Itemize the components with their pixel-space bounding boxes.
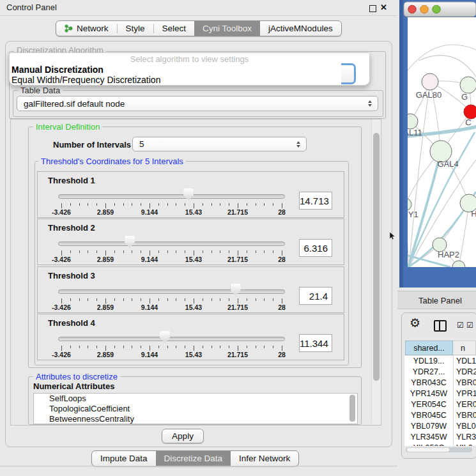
mouse-cursor: [390, 232, 396, 240]
tick-label: 2.859: [97, 256, 114, 263]
close-icon[interactable]: ✕: [380, 3, 387, 12]
tab-infer-network[interactable]: Infer Network: [231, 451, 298, 466]
algorithm-combo-focus-ring[interactable]: [341, 63, 356, 84]
slider-thumb[interactable]: [183, 188, 194, 201]
algorithm-option-manual[interactable]: Manual Discretization: [12, 65, 104, 75]
column-header-name[interactable]: n: [453, 341, 476, 355]
traffic-light-close-icon[interactable]: [408, 5, 417, 13]
threshold-slider[interactable]: -3.4262.8599.14415.4321.71528: [38, 172, 296, 217]
cell-name[interactable]: YBR0: [456, 378, 476, 388]
cell-shared-name[interactable]: YBR045C: [404, 410, 453, 421]
tick-label: 28: [278, 351, 286, 358]
tab-cyni-toolbox[interactable]: Cyni Toolbox: [194, 21, 260, 36]
cell-name[interactable]: YIL0: [456, 443, 473, 446]
tick-label: 2.859: [97, 303, 114, 311]
numerical-attributes-label: Numerical Attributes: [33, 381, 114, 391]
cell-shared-name[interactable]: YPR145W: [404, 388, 453, 399]
table-row[interactable]: YBR043CYBR0: [404, 378, 476, 388]
tab-style[interactable]: Style: [118, 21, 153, 36]
table-data-combo[interactable]: galFiltered.sif default node: [17, 96, 378, 111]
tick-label: 9.144: [141, 351, 158, 358]
cell-name[interactable]: YPR1: [456, 388, 476, 399]
network-node-c[interactable]: [464, 105, 476, 119]
table-row[interactable]: YLR345WYLR3: [404, 432, 476, 443]
tab-label: Network: [77, 24, 109, 33]
tick-label: 21.715: [227, 208, 248, 216]
table-row[interactable]: YBR045CYBR0: [404, 410, 476, 421]
cell-name[interactable]: YDR2: [456, 367, 476, 378]
threshold-slider[interactable]: -3.4262.8599.14415.4321.71528: [38, 314, 296, 360]
panel-title: Control Panel: [6, 0, 57, 15]
cell-shared-name[interactable]: YBR043C: [404, 378, 453, 388]
tick-label: 15.43: [185, 256, 202, 263]
slider-thumb[interactable]: [231, 284, 241, 296]
cell-name[interactable]: YBL0: [456, 421, 476, 432]
cell-name[interactable]: YER0: [456, 399, 476, 410]
settings-scrollbar-thumb[interactable]: [373, 133, 380, 381]
cell-name[interactable]: YLR3: [456, 432, 476, 443]
threshold-rows: Threshold 1-3.4262.8599.14415.4321.71528…: [37, 171, 343, 359]
column-header-shared[interactable]: shared...: [405, 341, 453, 355]
float-window-icon[interactable]: [369, 5, 376, 12]
network-node-gal80[interactable]: [422, 73, 438, 90]
cell-shared-name[interactable]: YLR345W: [404, 432, 453, 443]
node-label: G: [461, 92, 468, 102]
node-table[interactable]: YDL19...YDL1YDR27...YDR2YBR043CYBR0YPR14…: [404, 356, 476, 446]
traffic-light-minimize-icon[interactable]: [420, 5, 429, 13]
checkbox-icon[interactable]: ☑: [466, 321, 473, 330]
number-of-intervals-combo[interactable]: 5: [132, 137, 307, 151]
table-panel-card: ⚙ ☑ ☑ shared... n YDL19...YDL1YDR27...YD…: [401, 312, 476, 459]
table-row[interactable]: YIL052CYIL0: [404, 443, 476, 446]
cell-shared-name[interactable]: YDR27...: [404, 367, 453, 378]
tab-discretize-data[interactable]: Discretize Data: [156, 451, 231, 466]
cell-name[interactable]: YDL1: [456, 356, 476, 367]
bottom-divider: [0, 466, 397, 466]
table-row[interactable]: YER054CYER0: [404, 399, 476, 410]
network-icon: [65, 24, 73, 33]
table-row[interactable]: YBL079WYBL0: [404, 421, 476, 432]
tick-label: 15.43: [185, 208, 202, 216]
tab-select[interactable]: Select: [154, 21, 195, 36]
slider-thumb[interactable]: [160, 331, 170, 343]
table-row[interactable]: YPR145WYPR1: [404, 388, 476, 399]
network-view-window[interactable]: GAL80GCGAL11GAL4GCY1HHAP2: [399, 0, 476, 288]
cell-shared-name[interactable]: YBL079W: [404, 421, 453, 432]
threshold-slider[interactable]: -3.4262.8599.14415.4321.71528: [38, 219, 296, 265]
table-hscrollbar-thumb[interactable]: [407, 448, 449, 452]
network-node-g[interactable]: [460, 77, 476, 93]
cell-shared-name[interactable]: YDL19...: [404, 356, 453, 367]
slider-thumb[interactable]: [125, 236, 135, 248]
threshold-slider[interactable]: -3.4262.8599.14415.4321.71528: [38, 267, 296, 312]
threshold-value-field[interactable]: 21.4: [299, 287, 332, 305]
table-panel-bar: Table Panel: [397, 291, 476, 309]
tab-impute-data[interactable]: Impute Data: [92, 451, 156, 466]
cell-shared-name[interactable]: YER054C: [404, 399, 453, 410]
tab-network[interactable]: Network: [56, 21, 117, 36]
attribute-item-selfloops[interactable]: SelfLoops: [34, 394, 357, 404]
gear-icon[interactable]: ⚙: [410, 316, 420, 330]
attribute-item-betweennesscentrality[interactable]: BetweennessCentrality: [34, 414, 357, 424]
tab-jactivemnodules[interactable]: jActiveMNodules: [260, 21, 341, 36]
numerical-attributes-list[interactable]: SelfLoopsTopologicalCoefficientBetweenne…: [33, 393, 358, 424]
threshold-value-field[interactable]: 14.713: [299, 192, 332, 210]
cell-shared-name[interactable]: YIL052C: [404, 443, 453, 446]
attribute-item-topologicalcoefficient[interactable]: TopologicalCoefficient: [34, 404, 357, 414]
cell-name[interactable]: YBR0: [456, 410, 476, 421]
settings-scrollbar-track[interactable]: [371, 119, 381, 424]
tab-label: Discretize Data: [164, 454, 223, 463]
traffic-light-zoom-icon[interactable]: [433, 5, 441, 13]
threshold-value-field[interactable]: 6.316: [299, 239, 332, 257]
columns-icon[interactable]: [434, 320, 447, 332]
algorithm-option-equal-width[interactable]: Equal Width/Frequency Discretization: [12, 75, 160, 85]
bottom-tabs: Impute DataDiscretize DataInfer Network: [91, 450, 299, 466]
algorithm-dropdown: Select algorithm to view settings Manual…: [9, 52, 370, 86]
attributes-scrollbar-thumb[interactable]: [349, 395, 355, 422]
checkbox-icon[interactable]: ☑: [457, 321, 464, 330]
table-row[interactable]: YDR27...YDR2: [404, 367, 476, 378]
interval-group-title: Interval Definition: [33, 122, 102, 132]
column-divider: [453, 355, 454, 446]
table-row[interactable]: YDL19...YDL1: [404, 356, 476, 367]
threshold-value-field[interactable]: 11.344: [299, 334, 332, 352]
apply-button[interactable]: Apply: [162, 429, 204, 443]
table-hscrollbar-track[interactable]: [406, 447, 472, 452]
